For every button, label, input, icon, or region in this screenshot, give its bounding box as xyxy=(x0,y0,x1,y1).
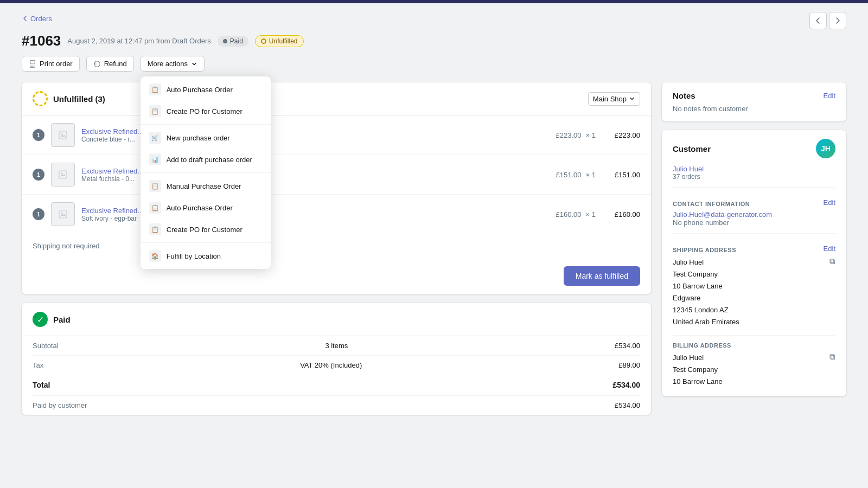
more-actions-dropdown: 📋 Auto Purchase Order 📋 Create PO for Cu… xyxy=(141,76,271,269)
more-actions-label: More actions xyxy=(148,60,188,68)
create-po-customer-2-icon: 📋 xyxy=(149,223,161,235)
mark-as-fulfilled-button[interactable]: Mark as fulfilled xyxy=(564,266,640,286)
billing-address-row: Julio Huel Test Company 10 Barrow Lane ⧉ xyxy=(673,352,835,388)
prev-order-button[interactable] xyxy=(809,12,827,29)
paid-icon: ✓ xyxy=(33,312,48,327)
chevron-down-icon xyxy=(191,61,197,67)
item-total-2: £151.00 xyxy=(602,171,640,179)
notes-edit-button[interactable]: Edit xyxy=(824,92,835,100)
subtotal-items: 3 items xyxy=(325,342,348,350)
shipping-row: Shipping not required xyxy=(22,234,651,258)
total-row: Total £534.00 xyxy=(33,375,640,395)
shipping-postcode: 12345 London AZ xyxy=(673,304,739,316)
item-price-1: £223.00 xyxy=(556,131,582,139)
total-label: Total xyxy=(33,381,50,389)
item-qty-1: 1 xyxy=(33,129,44,141)
unfulfilled-card: Unfulfilled (3) Main Shop 1 E xyxy=(22,82,651,294)
subtotal-row: Subtotal 3 items £534.00 xyxy=(33,336,640,356)
item-multiplier-3: × 1 xyxy=(586,210,596,219)
dropdown-item-auto-po-1[interactable]: 📋 Auto Purchase Order xyxy=(141,79,271,100)
paid-card: ✓ Paid Subtotal 3 items £534.00 Tax VAT … xyxy=(22,303,651,415)
add-draft-po-icon: 📊 xyxy=(149,153,161,165)
notes-card: Notes Edit No notes from customer xyxy=(662,82,846,121)
item-total-3: £160.00 xyxy=(602,210,640,219)
refund-button[interactable]: Refund xyxy=(86,56,134,72)
tax-row: Tax VAT 20% (Included) £89.00 xyxy=(33,356,640,375)
dropdown-item-add-draft-po[interactable]: 📊 Add to draft purchase order xyxy=(141,149,271,170)
customer-avatar: JH xyxy=(816,139,835,158)
breadcrumb-label: Orders xyxy=(30,15,52,23)
notes-content: No notes from customer xyxy=(673,105,835,113)
fulfill-btn-row: Mark as fulfilled xyxy=(22,258,651,294)
item-multiplier-1: × 1 xyxy=(586,131,596,139)
customer-card: Customer JH Julio Huel 37 orders CONTACT… xyxy=(662,130,846,396)
shipping-address: Julio Huel Test Company 10 Barrow Lane E… xyxy=(673,256,739,329)
print-icon xyxy=(29,60,36,68)
create-po-customer-1-icon: 📋 xyxy=(149,105,161,117)
billing-company: Test Company xyxy=(673,364,723,376)
paid-badge-dot xyxy=(223,39,227,43)
customer-email[interactable]: Julio.Huel@data-generator.com xyxy=(673,210,835,219)
item-price-info-3: £160.00 × 1 xyxy=(556,210,596,219)
unfulfilled-title: Unfulfilled (3) xyxy=(53,94,105,104)
svg-rect-3 xyxy=(31,66,33,67)
shipping-address-row: Julio Huel Test Company 10 Barrow Lane E… xyxy=(673,256,835,329)
contact-section-title: CONTACT INFORMATION xyxy=(673,201,750,207)
breadcrumb[interactable]: Orders xyxy=(22,15,52,23)
item-image-2 xyxy=(51,163,75,187)
billing-section-title: BILLING ADDRESS xyxy=(673,342,835,349)
toolbar: Print order Refund More actions 📋 Auto P… xyxy=(22,56,846,72)
copy-shipping-icon[interactable]: ⧉ xyxy=(829,256,835,266)
dropdown-item-new-po[interactable]: 🛒 New purchase order xyxy=(141,127,271,149)
unfulfilled-badge-dot xyxy=(261,38,266,44)
item-multiplier-2: × 1 xyxy=(586,171,596,179)
customer-title: Customer xyxy=(673,144,711,153)
more-actions-button[interactable]: More actions xyxy=(141,56,205,72)
dropdown-item-auto-po-2[interactable]: 📋 Auto Purchase Order xyxy=(141,197,271,219)
item-qty-3: 1 xyxy=(33,208,44,220)
svg-rect-6 xyxy=(59,171,67,178)
more-actions-wrap: More actions 📋 Auto Purchase Order 📋 Cre… xyxy=(141,56,205,72)
item-price-2: £151.00 xyxy=(556,171,582,179)
paid-header: ✓ Paid xyxy=(22,303,651,336)
shipping-country: United Arab Emirates xyxy=(673,316,739,328)
shipping-label: Shipping not required xyxy=(33,242,100,250)
copy-billing-icon[interactable]: ⧉ xyxy=(829,352,835,362)
item-total-1: £223.00 xyxy=(602,131,640,139)
contact-edit-button[interactable]: Edit xyxy=(824,198,835,207)
item-image-3 xyxy=(51,202,75,226)
dropdown-item-create-po-customer-2[interactable]: 📋 Create PO for Customer xyxy=(141,219,271,240)
item-image-1 xyxy=(51,123,75,147)
svg-rect-0 xyxy=(30,60,35,63)
dropdown-item-manual-po[interactable]: 📋 Manual Purchase Order xyxy=(141,175,271,197)
tax-detail: VAT 20% (Included) xyxy=(300,361,362,369)
customer-orders: 37 orders xyxy=(673,173,835,181)
print-order-button[interactable]: Print order xyxy=(22,56,80,72)
paid-by-label: Paid by customer xyxy=(33,401,87,409)
item-price-info-2: £151.00 × 1 xyxy=(556,171,596,179)
paid-badge: Paid xyxy=(218,36,248,47)
paid-by-value: £534.00 xyxy=(615,401,640,409)
dropdown-item-fulfill-location[interactable]: 🏠 Fulfill by Location xyxy=(141,245,271,267)
shipping-city: Edgware xyxy=(673,292,739,304)
unfulfilled-icon xyxy=(33,91,48,106)
shop-label: Main Shop xyxy=(593,95,627,103)
tax-label: Tax xyxy=(33,361,43,369)
paid-title: Paid xyxy=(53,315,71,324)
svg-rect-4 xyxy=(59,131,67,139)
new-po-icon: 🛒 xyxy=(149,132,161,144)
unfulfilled-header: Unfulfilled (3) Main Shop xyxy=(22,82,651,115)
customer-header: Customer JH xyxy=(673,139,835,158)
page-subtitle: August 2, 2019 at 12:47 pm from Draft Or… xyxy=(67,37,210,45)
customer-name[interactable]: Julio Huel xyxy=(673,165,835,173)
shipping-edit-button[interactable]: Edit xyxy=(824,245,835,253)
fulfill-location-icon: 🏠 xyxy=(149,250,161,262)
total-value: £534.00 xyxy=(612,381,640,389)
item-price-3: £160.00 xyxy=(556,210,582,219)
shop-selector[interactable]: Main Shop xyxy=(588,92,640,106)
auto-po-2-icon: 📋 xyxy=(149,202,161,214)
next-order-button[interactable] xyxy=(829,12,846,29)
dropdown-item-create-po-customer-1[interactable]: 📋 Create PO for Customer xyxy=(141,100,271,122)
order-item: 1 Exclusive Refined... Concrete blue - r… xyxy=(22,115,651,155)
shipping-section-title: SHIPPING ADDRESS xyxy=(673,247,736,253)
